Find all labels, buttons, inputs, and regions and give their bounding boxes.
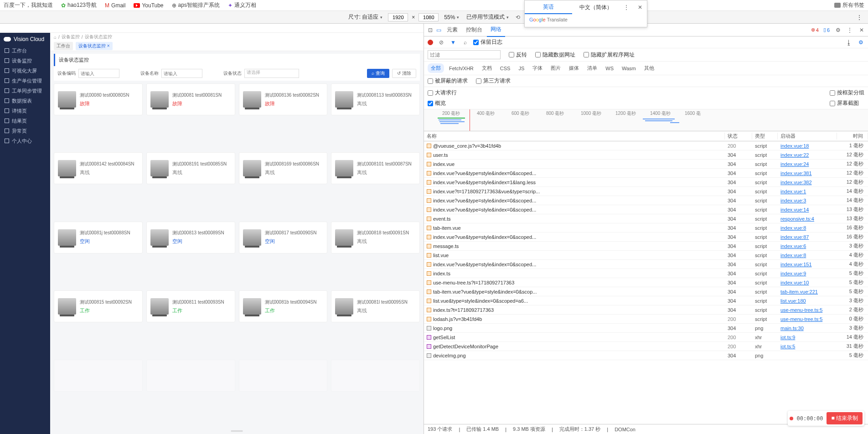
rotate-icon[interactable]: ⟲ [514, 14, 522, 21]
network-row[interactable]: index.vue?vue&type=style&index=0&scoped.… [424, 205, 868, 214]
initiator-link[interactable]: index.vue:87 [778, 234, 837, 240]
sidebar-item-9[interactable]: 个人中心 [0, 136, 50, 146]
initiator-link[interactable]: list.vue:180 [778, 298, 837, 304]
bookmark-baidu[interactable]: 百度一下，我就知道 [4, 1, 53, 9]
device-card[interactable]: 测试000817 test00090SN空闲 [239, 222, 328, 253]
search-button[interactable]: ⌕ 查询 [367, 69, 389, 78]
initiator-link[interactable]: index.vue:151 [778, 262, 837, 267]
tab-network[interactable]: 网络 [487, 23, 505, 37]
device-card[interactable]: 测试00081b test00094SN工作 [239, 290, 328, 322]
bookmark-tongyi[interactable]: ✦通义万相 [228, 1, 256, 9]
screenshots-checkbox[interactable]: 屏幕截图 [830, 99, 864, 107]
rdm-menu-icon[interactable]: ⋮ [856, 14, 863, 21]
device-card[interactable]: 测试00080 test00080SN故障 [54, 83, 143, 115]
network-row[interactable]: index.vue?vue&type=style&index=0&scoped.… [424, 169, 868, 178]
sidebar-item-4[interactable]: 工单同步管理 [0, 86, 50, 96]
sidebar-item-2[interactable]: 可视化大屏 [0, 66, 50, 76]
waterfall-overview[interactable]: 200 毫秒400 毫秒600 毫秒800 毫秒1000 毫秒1200 毫秒14… [424, 109, 868, 131]
stop-recording-button[interactable]: 结束录制 [827, 412, 863, 424]
throttle-select[interactable]: 已停用节流模式 [465, 13, 511, 21]
initiator-link[interactable]: index.vue:14 [778, 207, 837, 212]
filter-type-文档[interactable]: 文档 [479, 63, 495, 73]
translate-tab-cn[interactable]: 中文（简体） [572, 0, 620, 14]
translate-more-icon[interactable]: ⋮ [620, 0, 633, 14]
device-card[interactable]: 测试0008169 test00086SN离线 [239, 152, 328, 184]
device-card[interactable]: 测试0008101 test00087SN离线 [331, 152, 420, 184]
filter-type-媒体[interactable]: 媒体 [566, 63, 582, 73]
initiator-link[interactable]: index.vue:3 [778, 198, 837, 203]
filter-type-Wasm[interactable]: Wasm [619, 64, 639, 72]
initiator-link[interactable]: main.ts:30 [778, 326, 837, 331]
device-card[interactable]: 测试0008136 test00082SN故障 [239, 83, 328, 115]
size-mode-select[interactable]: 尺寸: 自适应 [346, 13, 385, 21]
device-name-input[interactable] [161, 69, 202, 78]
hide-data-checkbox[interactable]: 隐藏数据网址 [535, 51, 575, 59]
frame-group-checkbox[interactable]: 按框架分组 [830, 89, 864, 97]
device-card[interactable]: 测试0008191 test00085SN离线 [146, 152, 235, 184]
network-row[interactable]: lodash.js?v=3b41fd4b200scriptuse-menu-tr… [424, 315, 868, 324]
filter-icon[interactable]: ▼ [450, 39, 457, 46]
network-row[interactable]: getSelList200xhriot.ts:914 毫秒 [424, 333, 868, 342]
sidebar-item-5[interactable]: 数据报表 [0, 96, 50, 106]
device-card[interactable]: 测试0008142 test00084SN离线 [54, 152, 143, 184]
device-card[interactable]: 测试0008113 test00083SN离线 [331, 83, 420, 115]
device-card[interactable]: 测试000815 test00092SN工作 [54, 290, 143, 322]
network-row[interactable]: index.vue?vue&type=style&index=1&lang.le… [424, 178, 868, 187]
network-row[interactable]: list.vue304scriptindex.vue:84 毫秒 [424, 251, 868, 260]
network-row[interactable]: tab-item.vue?vue&type=style&index=0&scop… [424, 287, 868, 296]
sidebar-item-7[interactable]: 结果页 [0, 116, 50, 126]
sidebar-item-3[interactable]: 生产单位管理 [0, 76, 50, 86]
close-devtools-icon[interactable]: ✕ [858, 27, 865, 33]
initiator-link[interactable]: index.vue:381 [778, 170, 837, 176]
reset-button[interactable]: ↺ 清除 [392, 69, 416, 78]
network-row[interactable]: @vueuse_core.js?v=3b41fd4b200scriptindex… [424, 141, 868, 150]
initiator-link[interactable]: index.vue:1 [778, 189, 837, 194]
network-row[interactable]: use-menu-tree.ts?t=1718092717363304scrip… [424, 278, 868, 287]
clear-icon[interactable]: ⊘ [438, 39, 445, 46]
tab-console[interactable]: 控制台 [462, 23, 486, 36]
initiator-link[interactable]: index.vue:18 [778, 143, 837, 149]
record-toggle[interactable] [428, 40, 433, 45]
app-logo[interactable]: Vision Cloud [0, 33, 50, 46]
tab-elements[interactable]: 元素 [443, 23, 461, 36]
invert-checkbox[interactable]: 反转 [509, 51, 527, 59]
network-row[interactable]: list.vue&type=style&index=0&scoped=a6...… [424, 296, 868, 305]
big-rows-checkbox[interactable]: 大请求行 [428, 89, 457, 97]
search-icon[interactable]: ⌕ [461, 39, 469, 46]
settings-icon[interactable]: ⚙ [834, 27, 842, 33]
network-row[interactable]: index.vue?t=1718092717363&vue&type=scrip… [424, 187, 868, 196]
blocked-req-checkbox[interactable]: 被屏蔽的请求 [428, 77, 468, 85]
sidebar-item-1[interactable]: 设备监控 [0, 56, 50, 66]
sidebar-item-0[interactable]: 工作台 [0, 46, 50, 56]
filter-type-其他[interactable]: 其他 [641, 63, 657, 73]
device-card[interactable]: 测试00081l test00095SN离线 [331, 290, 420, 322]
initiator-link[interactable]: index.vue:8 [778, 225, 837, 231]
network-row[interactable]: deviceImg.png304png5 毫秒 [424, 351, 868, 360]
initiator-link[interactable]: index.vue:9 [778, 271, 837, 276]
sidebar-item-8[interactable]: 异常页 [0, 126, 50, 136]
message-count[interactable]: ▯ 6 [823, 27, 830, 33]
device-card[interactable]: 测试00081j test00088SN空闲 [54, 222, 143, 253]
home-icon[interactable]: ⌂ [54, 35, 57, 40]
resize-handle[interactable]: ═══ [50, 428, 424, 434]
network-row[interactable]: message.ts304scriptindex.vue:63 毫秒 [424, 242, 868, 251]
initiator-link[interactable]: tab-item.vue:221 [778, 289, 837, 294]
network-row[interactable]: logo.png304pngmain.ts:303 毫秒 [424, 324, 868, 333]
preserve-log-checkbox[interactable]: 保留日志 [473, 38, 502, 46]
network-row[interactable]: getDetectDeviceMonitorPage200xhriot.ts:5… [424, 342, 868, 351]
initiator-link[interactable]: index.vue:382 [778, 180, 837, 185]
device-toggle-icon[interactable]: ▭ [435, 27, 442, 33]
initiator-link[interactable]: iot.ts:5 [778, 344, 837, 349]
width-input[interactable] [388, 13, 408, 21]
bookmark-aps[interactable]: ⊕aps智能排产系统 [172, 1, 220, 9]
initiator-link[interactable]: iot.ts:9 [778, 335, 837, 340]
overview-checkbox[interactable]: 概览 [428, 99, 457, 107]
filter-type-清单[interactable]: 清单 [584, 63, 600, 73]
device-code-input[interactable] [78, 69, 119, 78]
inspect-icon[interactable]: ⊡ [427, 27, 434, 33]
filter-type-WS[interactable]: WS [602, 64, 617, 72]
hide-ext-checkbox[interactable]: 隐藏扩展程序网址 [584, 51, 635, 59]
bookmark-hao123[interactable]: ✿hao123导航 [61, 1, 97, 9]
network-row[interactable]: user.ts304scriptindex.vue:2212 毫秒 [424, 150, 868, 160]
network-row[interactable]: index.vue304scriptindex.vue:2412 毫秒 [424, 160, 868, 169]
